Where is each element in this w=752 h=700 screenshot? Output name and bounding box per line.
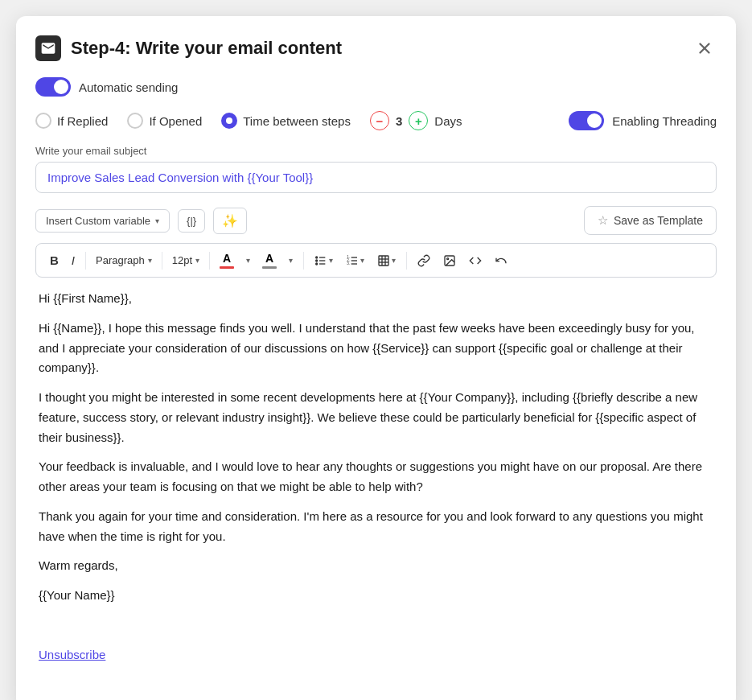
code-button[interactable]	[463, 251, 487, 270]
highlight-button[interactable]: A	[257, 250, 281, 270]
highlight-bar	[262, 266, 277, 269]
editor-line-blank	[39, 616, 713, 636]
toolbar-row: Insert Custom variable ▾ {|} ✨ ☆ Save as…	[35, 206, 717, 235]
font-color-chevron[interactable]: ▾	[240, 253, 256, 268]
editor-area[interactable]: Hi {{First Name}}, Hi {{Name}}, I hope t…	[35, 289, 717, 665]
svg-point-20	[447, 257, 449, 259]
auto-sending-row: Automatic sending	[35, 77, 717, 97]
ol-chevron: ▾	[360, 256, 364, 265]
unordered-list-button[interactable]: ▾	[309, 251, 339, 270]
italic-button[interactable]: I	[66, 250, 80, 270]
editor-line-2: Hi {{Name}}, I hope this message finds y…	[39, 319, 713, 378]
format-toolbar: B I Paragraph ▾ 12pt ▾ A ▾ A ▾ ▾ 1.2.3.	[35, 243, 717, 278]
email-icon	[35, 35, 61, 61]
if-opened-label: If Opened	[149, 114, 202, 128]
image-button[interactable]	[438, 251, 462, 270]
auto-sending-label: Automatic sending	[79, 80, 178, 94]
options-row: If Replied If Opened Time between steps …	[35, 111, 717, 130]
custom-var-label: Insert Custom variable	[46, 215, 150, 227]
editor-line-7: {{Your Name}}	[39, 586, 713, 606]
divider-4	[303, 252, 304, 270]
svg-point-6	[316, 260, 318, 261]
divider-2	[162, 252, 162, 270]
title-row: Step-4: Write your email content	[35, 35, 342, 61]
save-template-label: Save as Template	[614, 214, 703, 227]
if-opened-radio[interactable]	[127, 113, 143, 129]
svg-point-7	[316, 263, 318, 265]
editor-line-6: Warm regards,	[39, 556, 713, 576]
time-between-radio[interactable]	[221, 113, 237, 129]
if-replied-radio[interactable]	[35, 113, 51, 129]
paragraph-select[interactable]: Paragraph ▾	[91, 251, 157, 270]
time-between-label: Time between steps	[243, 114, 351, 128]
magic-icon: ✨	[222, 214, 238, 228]
svg-rect-14	[379, 256, 388, 266]
auto-sending-toggle[interactable]	[35, 77, 71, 97]
page-title: Step-4: Write your email content	[71, 38, 342, 59]
ordered-list-button[interactable]: 1.2.3. ▾	[340, 251, 370, 270]
threading-label: Enabling Threading	[612, 114, 717, 128]
svg-point-5	[316, 257, 318, 258]
unsubscribe-link[interactable]: Unsubscribe	[39, 648, 105, 661]
threading-row: Enabling Threading	[569, 111, 717, 130]
link-button[interactable]	[412, 251, 436, 270]
svg-text:3.: 3.	[347, 261, 350, 266]
modal-container: Step-4: Write your email content Automat…	[16, 16, 736, 700]
divider-3	[209, 252, 210, 270]
bold-button[interactable]: B	[44, 250, 64, 270]
magic-button[interactable]: ✨	[213, 208, 247, 234]
decrement-button[interactable]: −	[370, 111, 389, 130]
toolbar-left: Insert Custom variable ▾ {|} ✨	[35, 208, 247, 234]
font-size-label: 12pt	[172, 254, 192, 266]
save-template-button[interactable]: ☆ Save as Template	[584, 206, 717, 235]
star-icon: ☆	[598, 213, 608, 228]
chevron-down-icon: ▾	[155, 216, 159, 225]
if-replied-option[interactable]: If Replied	[35, 113, 108, 129]
curly-label: {|}	[187, 215, 196, 227]
if-opened-option[interactable]: If Opened	[127, 113, 202, 129]
font-size-select[interactable]: 12pt ▾	[167, 251, 204, 270]
font-color-letter: A	[223, 252, 231, 265]
time-between-option[interactable]: Time between steps	[221, 113, 351, 129]
increment-button[interactable]: +	[409, 111, 428, 130]
curly-braces-button[interactable]: {|}	[178, 209, 205, 233]
editor-line-3: I thought you might be interested in som…	[39, 388, 713, 447]
editor-line-1: Hi {{First Name}},	[39, 289, 713, 309]
highlight-chevron[interactable]: ▾	[283, 253, 298, 268]
table-chevron: ▾	[392, 256, 396, 265]
threading-toggle[interactable]	[569, 111, 604, 130]
ul-chevron: ▾	[329, 256, 333, 265]
paragraph-label: Paragraph	[96, 254, 145, 266]
if-replied-label: If Replied	[57, 114, 108, 128]
paragraph-chevron: ▾	[148, 256, 152, 265]
undo-button[interactable]	[489, 251, 513, 270]
step-value: 3	[396, 114, 402, 128]
days-label: Days	[434, 114, 462, 128]
editor-line-4: Your feedback is invaluable, and I would…	[39, 457, 713, 497]
custom-variable-button[interactable]: Insert Custom variable ▾	[35, 209, 170, 233]
time-between-controls: − 3 + Days	[370, 111, 462, 130]
subject-label: Write your email subject	[35, 145, 717, 157]
divider-5	[406, 252, 407, 270]
modal-header: Step-4: Write your email content	[35, 35, 717, 61]
table-button[interactable]: ▾	[372, 251, 401, 270]
font-color-button[interactable]: A	[215, 250, 239, 270]
font-color-bar	[220, 266, 234, 269]
close-button[interactable]	[692, 36, 717, 60]
subject-input[interactable]	[35, 162, 717, 193]
editor-line-5: Thank you again for your time and consid…	[39, 507, 713, 547]
highlight-letter: A	[265, 252, 273, 265]
size-chevron: ▾	[195, 256, 199, 265]
divider-1	[85, 252, 86, 270]
